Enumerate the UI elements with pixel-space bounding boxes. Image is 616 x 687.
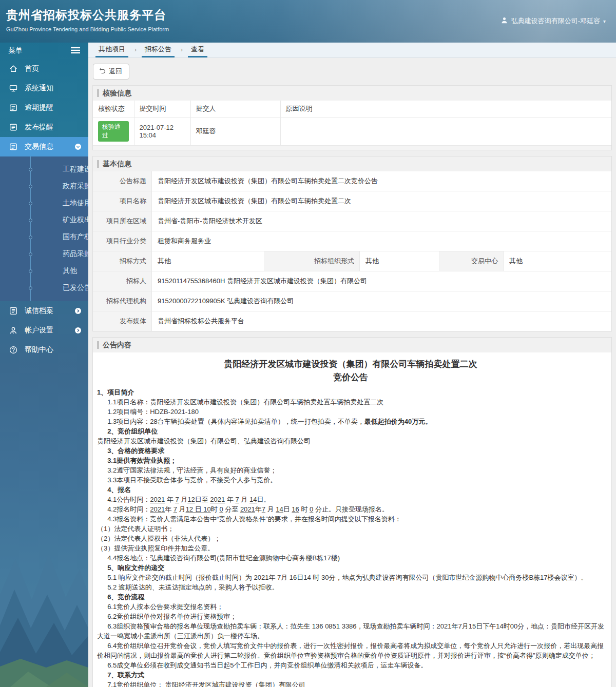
basic-info-label: 招标方式 <box>93 251 152 271</box>
document-paragraph: 3.1提供有效营业执照； <box>96 456 605 465</box>
submenu-item[interactable]: 土地使用权出让 <box>0 194 88 211</box>
breadcrumb-separator: › <box>176 46 188 57</box>
verify-table-header-row: 核验状态提交时间提交人原因说明 <box>93 101 611 117</box>
basic-info-row: 项目行业分类租赁和商务服务业 <box>93 231 611 251</box>
document-paragraph: 7、联系方式 <box>96 670 605 680</box>
verify-time-cell: 2021-07-12 15:04 <box>134 117 190 146</box>
verify-table-footer <box>93 146 611 150</box>
basic-info-label: 招标代理机构 <box>93 291 152 311</box>
card-icon <box>9 103 18 112</box>
document-paragraph: 5、响应文件的递交 <box>96 563 605 573</box>
document-paragraph: 5.2 逾期送达的、未送达指定地点的，采购人将予以拒收。 <box>96 582 605 592</box>
basic-info-row: 发布媒体贵州省招标投标公共服务平台 <box>93 311 611 331</box>
basic-info-row: 公告标题贵阳经济开发区城市建设投资（集团）有限公司车辆拍卖处置二次竞价公告 <box>93 171 611 191</box>
verify-col-header: 提交人 <box>190 101 280 117</box>
document-paragraph: 4、报名 <box>96 485 605 495</box>
basic-info-label: 发布媒体 <box>93 311 152 331</box>
document-paragraph: 6.2竞价组织单位对报名单位进行资格预审； <box>96 612 605 621</box>
back-button[interactable]: 返回 <box>93 64 129 80</box>
sidebar-item-overdue-reminder[interactable]: 逾期提醒 <box>0 98 88 117</box>
sidebar-item-label: 系统通知 <box>25 84 53 93</box>
submenu-item[interactable]: 矿业权出让 <box>0 211 88 228</box>
basic-info-row: 招标方式其他招标组织形式其他交易中心其他 <box>93 251 611 271</box>
document-paragraph: 1.3项目内容：28台车辆拍卖处置（具体内容详见拍卖清单），统一打包拍卖，不单卖… <box>96 417 605 426</box>
basic-info-label: 交易中心 <box>439 251 504 271</box>
sidebar-item-label: 帐户设置 <box>25 326 53 335</box>
document-paragraph: 3.3本项目不接受联合体参与竞价，不接受个人参与竞价。 <box>96 475 605 485</box>
sidebar: 菜单 首页系统通知逾期提醒发布提醒交易信息 工程建设政府采购土地使用权出让矿业权… <box>0 43 88 687</box>
basic-info-row: 项目所在区域贵州省-贵阳市-贵阳经济技术开发区 <box>93 211 611 231</box>
sidebar-item-label: 逾期提醒 <box>25 103 53 112</box>
sidebar-item-system-notice[interactable]: 系统通知 <box>0 78 88 98</box>
list-icon <box>9 306 18 316</box>
user-menu[interactable]: 弘典建设咨询有限公司-邓廷容 ▾ <box>500 16 606 26</box>
breadcrumb-item[interactable]: 其他项目 <box>95 45 128 57</box>
submenu-item[interactable]: 药品采购 <box>0 245 88 262</box>
submenu-item[interactable]: 政府采购 <box>0 178 88 194</box>
breadcrumb-item[interactable]: 招标公告 <box>142 45 175 57</box>
user-name: 弘典建设咨询有限公司-邓廷容 <box>511 16 600 26</box>
submenu-item-label: 矿业权出让 <box>63 211 88 228</box>
basic-info-value: 其他 <box>360 251 439 271</box>
submenu-item[interactable]: 国有产权交易 <box>0 228 88 245</box>
sidebar-menu: 首页系统通知逾期提醒发布提醒交易信息 <box>0 59 88 156</box>
document-paragraph: 3.2遵守国家法律法规，守法经营，具有良好的商业信誉； <box>96 465 605 475</box>
page: 贵州省招标投标公共服务平台 GuiZhou Province Tendering… <box>0 0 616 687</box>
basic-info-value: 贵州省-贵阳市-贵阳经济技术开发区 <box>152 211 611 231</box>
chevron-circle-right-icon <box>74 307 82 315</box>
announcement-title: 公告内容 <box>93 338 611 352</box>
submenu-item[interactable]: 其他 <box>0 262 88 279</box>
basic-info-card: 基本信息 公告标题贵阳经济开发区城市建设投资（集团）有限公司车辆拍卖处置二次竞价… <box>92 156 612 331</box>
back-label: 返回 <box>109 67 122 76</box>
verify-status-cell: 核验通过 <box>93 117 134 146</box>
sidebar-item-label: 帮助中心 <box>25 345 53 355</box>
document-paragraph: 4.2报名时间：2021年 7 月12 日 10时 0 分至 2021年7 月 … <box>96 504 605 514</box>
basic-info-label: 项目所在区域 <box>93 211 152 231</box>
trade-info-submenu: 工程建设政府采购土地使用权出让矿业权出让国有产权交易药品采购其他已发公告处理 <box>0 156 88 301</box>
submenu-item-label: 工程建设 <box>63 161 88 178</box>
document-paragraph: 4.3报名资料：竞价人需满足本公告中“竞价人资格条件”的要求，并在报名时间内提交… <box>96 514 605 524</box>
basic-info-value: 其他 <box>504 251 611 271</box>
sidebar-item-publish-reminder[interactable]: 发布提醒 <box>0 117 88 137</box>
verify-col-header: 原因说明 <box>280 101 611 117</box>
submenu-item-label: 其他 <box>63 262 77 279</box>
submenu-item-label: 药品采购 <box>63 245 88 262</box>
basic-info-title: 基本信息 <box>93 156 611 171</box>
breadcrumb-item[interactable]: 查看 <box>188 45 207 57</box>
basic-info-label: 项目名称 <box>93 191 152 211</box>
monitor-icon <box>9 84 18 93</box>
user-icon <box>500 16 508 26</box>
basic-info-row: 招标代理机构91520000722109905K 弘典建设咨询有限公司 <box>93 291 611 311</box>
submenu-item-label: 已发公告处理 <box>63 279 88 296</box>
sidebar-item-home[interactable]: 首页 <box>0 59 88 78</box>
basic-info-value: 91520114755368460H 贵阳经济开发区城市建设投资（集团）有限公司 <box>152 271 611 291</box>
submenu-item-label: 土地使用权出让 <box>63 194 88 211</box>
document-paragraph: 6.5成交单位必须在收到成交通知书当日起5个工作日内，并向竞价组织单位缴清相关款… <box>96 660 605 670</box>
sidebar-item-credit-archive[interactable]: 诚信档案 <box>0 301 88 321</box>
sidebar-item-account-settings[interactable]: 帐户设置 <box>0 321 88 340</box>
basic-info-value: 贵州省招标投标公共服务平台 <box>152 311 611 331</box>
document-paragraph: 6.4竞价组织单位召开竞价会议，竞价人填写竞价文件中的报价表，进行一次性密封报价… <box>96 641 605 660</box>
document-title-line2: 竞价公告 <box>96 371 605 384</box>
basic-info-value: 贵阳经济开发区城市建设投资（集团）有限公司车辆拍卖处置二次 <box>152 191 611 211</box>
sidebar-item-trade-info[interactable]: 交易信息 <box>0 137 88 156</box>
document-paragraph: 4.4报名地点：弘典建设咨询有限公司(贵阳市世纪金源购物中心商务楼B栋17楼) <box>96 553 605 563</box>
person-icon <box>9 326 18 335</box>
verify-info-card: 核验信息 核验状态提交时间提交人原因说明 核验通过2021-07-12 15:0… <box>92 85 612 150</box>
sidebar-item-help-center[interactable]: 帮助中心 <box>0 340 88 360</box>
chevron-circle-right-icon <box>74 326 82 335</box>
card-icon <box>9 142 18 151</box>
brand: 贵州省招标投标公共服务平台 GuiZhou Province Tendering… <box>6 7 169 32</box>
status-badge: 核验通过 <box>98 121 129 142</box>
menu-header: 菜单 <box>0 43 88 59</box>
submenu-item[interactable]: 已发公告处理 <box>0 279 88 296</box>
hamburger-icon[interactable] <box>71 47 80 55</box>
document-paragraph: 3、合格的资格要求 <box>96 446 605 456</box>
toolbar: 返回 <box>88 58 616 85</box>
basic-info-row: 招标人91520114755368460H 贵阳经济开发区城市建设投资（集团）有… <box>93 271 611 291</box>
announcement-document: 贵阳经济开发区城市建设投资（集团）有限公司车辆拍卖处置二次 竞价公告 1、项目简… <box>93 352 611 687</box>
document-paragraph: 1.2项目编号：HDZB-2021-180 <box>96 407 605 417</box>
submenu-item[interactable]: 工程建设 <box>0 161 88 178</box>
announcement-card: 公告内容 贵阳经济开发区城市建设投资（集团）有限公司车辆拍卖处置二次 竞价公告 … <box>92 337 612 687</box>
breadcrumb-separator: › <box>129 46 142 57</box>
